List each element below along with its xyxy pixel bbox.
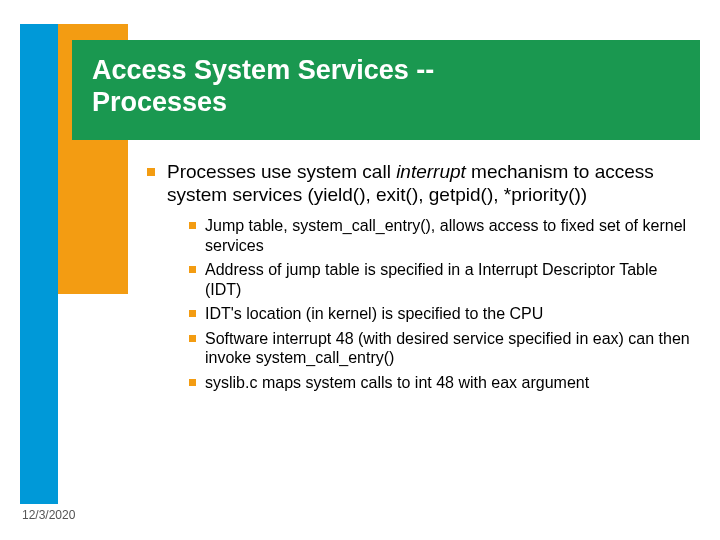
content-area: Processes use system call interrupt mech… [145, 160, 697, 402]
bullet-text-italic: interrupt [396, 161, 466, 182]
bullet-text: Software interrupt 48 (with desired serv… [205, 330, 690, 367]
decor-blue-strip [20, 24, 58, 504]
list-item: syslib.c maps system calls to int 48 wit… [187, 373, 697, 393]
title-banner: Access System Services -- Processes [72, 40, 700, 140]
list-item: Address of jump table is specified in a … [187, 260, 697, 299]
bullet-text: Address of jump table is specified in a … [205, 261, 657, 298]
bullet-list-lvl2: Jump table, system_call_entry(), allows … [187, 216, 697, 392]
list-item: Jump table, system_call_entry(), allows … [187, 216, 697, 255]
slide: Access System Services -- Processes Proc… [0, 0, 720, 540]
list-item: Processes use system call interrupt mech… [145, 160, 697, 392]
title-line-2: Processes [92, 87, 227, 117]
list-item: IDT's location (in kernel) is specified … [187, 304, 697, 324]
bullet-text: syslib.c maps system calls to int 48 wit… [205, 374, 589, 391]
footer-date: 12/3/2020 [22, 508, 75, 522]
bullet-text: IDT's location (in kernel) is specified … [205, 305, 543, 322]
slide-title: Access System Services -- Processes [92, 54, 434, 119]
bullet-list-lvl1: Processes use system call interrupt mech… [145, 160, 697, 392]
bullet-text: Jump table, system_call_entry(), allows … [205, 217, 686, 254]
list-item: Software interrupt 48 (with desired serv… [187, 329, 697, 368]
title-line-1: Access System Services -- [92, 55, 434, 85]
bullet-text-pre: Processes use system call [167, 161, 396, 182]
